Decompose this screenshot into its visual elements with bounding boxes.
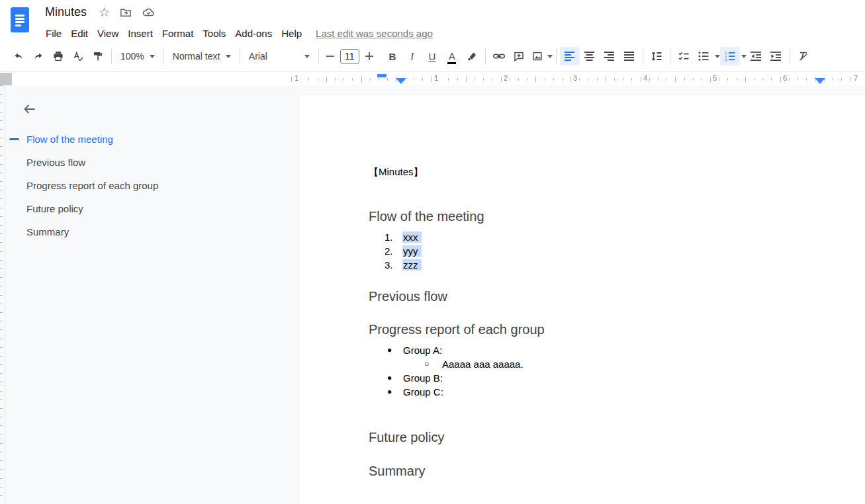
app-header: Minutes ☆ File Edit View Insert Format T… — [0, 0, 865, 41]
align-left-button[interactable] — [560, 47, 580, 65]
cloud-saved-icon[interactable] — [142, 6, 156, 19]
document-canvas: Flow of the meeting Previous flow Progre… — [0, 85, 865, 504]
doc-heading-progress-report[interactable]: Progress report of each group — [369, 321, 865, 338]
document-page[interactable]: 【Minutes】 Flow of the meeting 1. xxx 2. … — [298, 95, 865, 504]
increase-indent-button[interactable] — [766, 47, 786, 65]
bullet-marker: ● — [387, 385, 392, 399]
menu-edit[interactable]: Edit — [66, 26, 93, 40]
menu-insert[interactable]: Insert — [123, 26, 158, 40]
outline-item-future-policy[interactable]: Future policy — [5, 197, 298, 220]
doc-heading-summary[interactable]: Summary — [369, 462, 865, 480]
list-number: 3. — [385, 258, 393, 272]
undo-button[interactable] — [9, 47, 28, 65]
outline-item-flow-of-the-meeting[interactable]: Flow of the meeting — [5, 128, 298, 151]
list-item[interactable]: 1. xxx — [369, 230, 865, 244]
first-line-indent-marker[interactable] — [377, 74, 387, 77]
doc-heading-future-policy[interactable]: Future policy — [369, 429, 865, 446]
align-right-button[interactable] — [600, 47, 619, 65]
menu-view[interactable]: View — [93, 26, 123, 40]
decrease-indent-button[interactable] — [747, 47, 766, 65]
outline-sidebar: Flow of the meeting Previous flow Progre… — [5, 85, 298, 504]
list-item[interactable]: ● Group B: — [369, 371, 865, 385]
doc-heading-flow-of-the-meeting[interactable]: Flow of the meeting — [369, 208, 865, 225]
italic-button[interactable]: I — [402, 47, 422, 65]
add-comment-button[interactable] — [509, 47, 529, 65]
selected-text[interactable]: yyy — [402, 245, 422, 257]
outline-item-progress-report[interactable]: Progress report of each group — [5, 174, 298, 197]
spell-check-button[interactable] — [68, 47, 88, 65]
bulleted-list-button[interactable] — [694, 47, 713, 65]
vertical-ruler[interactable] — [0, 85, 5, 504]
insert-image-button[interactable] — [529, 47, 546, 65]
insert-link-button[interactable] — [489, 47, 509, 65]
menu-file[interactable]: File — [41, 26, 66, 40]
menu-bar: File Edit View Insert Format Tools Add-o… — [41, 25, 433, 41]
paragraph-style-select[interactable]: Normal text — [167, 47, 236, 65]
menu-tools[interactable]: Tools — [198, 26, 230, 40]
list-number: 2. — [385, 244, 393, 258]
last-edit-link[interactable]: Last edit was seconds ago — [316, 28, 433, 39]
close-outline-button[interactable] — [17, 97, 41, 121]
list-item[interactable]: ○ Aaaaa aaa aaaaa. — [369, 357, 865, 371]
outline-item-previous-flow[interactable]: Previous flow — [5, 151, 298, 174]
clear-formatting-button[interactable] — [794, 47, 813, 65]
menu-format[interactable]: Format — [158, 26, 199, 40]
svg-text:3: 3 — [725, 58, 727, 62]
list-item[interactable]: 3. zzz — [369, 258, 865, 272]
selected-text[interactable]: zzz — [402, 259, 422, 271]
decrease-font-size-button[interactable] — [322, 47, 338, 65]
bulleted-list-dropdown[interactable] — [715, 55, 720, 58]
list-item[interactable]: ● Group A: — [369, 343, 865, 357]
star-icon[interactable]: ☆ — [99, 5, 110, 20]
ruler-corner — [0, 73, 12, 85]
menu-addons[interactable]: Add-ons — [230, 26, 277, 40]
bold-button[interactable]: B — [383, 47, 402, 65]
document-title[interactable]: Minutes — [45, 5, 87, 19]
move-folder-icon[interactable] — [119, 6, 132, 19]
doc-heading-previous-flow[interactable]: Previous flow — [369, 288, 865, 305]
highlight-color-button[interactable] — [462, 47, 482, 65]
google-docs-logo-icon[interactable] — [11, 7, 29, 32]
list-item[interactable]: 2. yyy — [369, 244, 865, 258]
font-size-input[interactable]: 11 — [340, 49, 359, 64]
increase-font-size-button[interactable] — [361, 47, 377, 65]
current-section-indicator — [9, 138, 19, 140]
redo-button[interactable] — [28, 47, 48, 65]
insert-image-dropdown[interactable] — [547, 55, 553, 58]
bullet-marker: ● — [387, 371, 392, 385]
list-item[interactable]: ● Group C: — [369, 385, 865, 399]
flow-numbered-list: 1. xxx 2. yyy 3. zzz — [369, 230, 865, 272]
menu-help[interactable]: Help — [277, 26, 306, 40]
left-indent-marker[interactable] — [396, 78, 406, 84]
outline-list: Flow of the meeting Previous flow Progre… — [5, 128, 298, 243]
numbered-list-button[interactable]: 123 — [720, 47, 740, 65]
numbered-list-dropdown[interactable] — [741, 55, 747, 58]
zoom-select[interactable]: 100% — [115, 47, 160, 65]
line-spacing-button[interactable] — [647, 47, 666, 65]
toolbar: 100% Normal text Arial 11 B I U A — [0, 41, 865, 72]
selected-text[interactable]: xxx — [402, 231, 422, 243]
checklist-button[interactable] — [674, 47, 694, 65]
underline-button[interactable]: U — [422, 47, 442, 65]
chevron-down-icon — [150, 55, 155, 58]
bullet-marker: ○ — [424, 357, 429, 371]
right-indent-marker[interactable] — [815, 78, 825, 84]
chevron-down-icon — [304, 55, 310, 58]
list-number: 1. — [385, 230, 393, 244]
chevron-down-icon — [226, 55, 231, 58]
horizontal-ruler[interactable]: 1 1 2 3 4 5 6 7 — [0, 73, 865, 85]
align-center-button[interactable] — [580, 47, 600, 65]
progress-bullet-list: ● Group A: ○ Aaaaa aaa aaaaa. ● Group B:… — [369, 343, 865, 399]
print-button[interactable] — [48, 47, 68, 65]
bullet-marker: ● — [387, 343, 392, 357]
outline-item-summary[interactable]: Summary — [5, 220, 298, 243]
doc-intro-paragraph[interactable]: 【Minutes】 — [369, 165, 865, 179]
text-color-button[interactable]: A — [442, 47, 462, 65]
font-select[interactable]: Arial — [244, 47, 315, 65]
paint-format-button[interactable] — [88, 47, 108, 65]
align-justify-button[interactable] — [619, 47, 639, 65]
